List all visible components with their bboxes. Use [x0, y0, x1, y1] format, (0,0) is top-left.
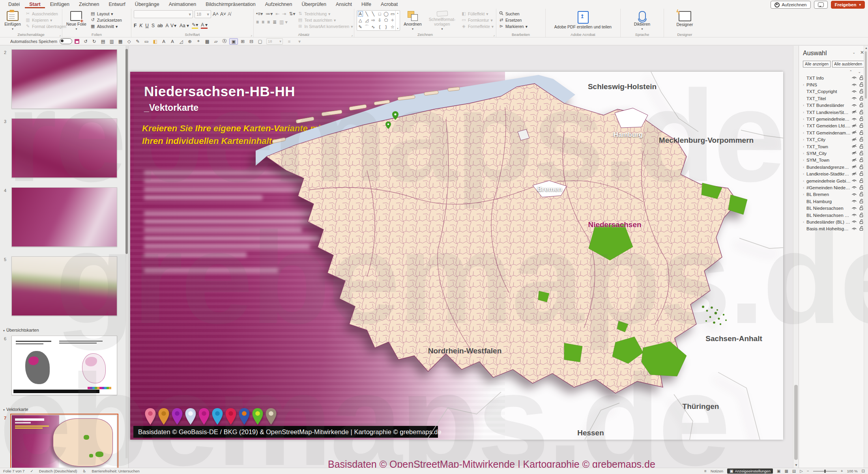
- autosave-toggle[interactable]: [60, 38, 72, 44]
- map-pin-6[interactable]: [225, 408, 237, 427]
- zoom-slider[interactable]: [813, 471, 837, 472]
- bullets-button[interactable]: •≡▾: [256, 11, 263, 17]
- section-header-übersichtskarten[interactable]: ▾Übersichtskarten: [3, 328, 39, 332]
- slide-thumbnail-3[interactable]: [11, 118, 117, 178]
- eye-icon[interactable]: [851, 103, 858, 108]
- layer-row-18[interactable]: BL Hamburg: [803, 198, 865, 205]
- paste-button[interactable]: Einfügen▾: [2, 10, 23, 32]
- create-pdf-button[interactable]: Adobe PDF erstellen und teilen: [552, 10, 614, 32]
- menu-tab-aufzeichnen[interactable]: Aufzeichnen: [261, 0, 297, 8]
- layer-row-11[interactable]: ›SYM_City: [803, 150, 865, 157]
- dialog-launcher-icon[interactable]: ⌟: [351, 33, 353, 37]
- align-text-button[interactable]: ▤Text ausrichten▾: [297, 17, 353, 22]
- format-painter-button[interactable]: ✎Format übertragen: [25, 24, 66, 29]
- dialog-launcher-icon[interactable]: ⌟: [493, 33, 495, 37]
- cut-button[interactable]: ✂Ausschneiden: [25, 11, 66, 16]
- shape-glyph-4[interactable]: ◯: [383, 11, 388, 17]
- expand-chevron-icon[interactable]: ›: [803, 186, 806, 190]
- redo-icon[interactable]: ↻: [90, 39, 98, 44]
- qat-align-icon[interactable]: ≡: [285, 39, 293, 44]
- expand-chevron-icon[interactable]: ›: [803, 158, 806, 162]
- font-name-select[interactable]: ▾: [134, 10, 193, 18]
- shape-glyph-12[interactable]: ✎: [359, 24, 362, 30]
- map-pin-4[interactable]: [198, 408, 210, 427]
- paste-icon[interactable]: ▤: [99, 39, 107, 44]
- menu-tab-übergänge[interactable]: Übergänge: [131, 0, 164, 8]
- reset-button[interactable]: ↺Zurücksetzen: [90, 17, 122, 22]
- slide-thumbnail-6[interactable]: [11, 336, 117, 395]
- color-grid-icon[interactable]: ▩: [203, 39, 211, 44]
- menu-tab-entwurf[interactable]: Entwurf: [104, 0, 129, 8]
- layer-row-1[interactable]: ›PINS: [803, 81, 865, 88]
- reading-view-icon[interactable]: ▤: [792, 469, 796, 473]
- slide-thumbnail-2[interactable]: [11, 49, 117, 109]
- text-a-icon[interactable]: A: [160, 39, 168, 44]
- display-settings-button[interactable]: ▣Anzeigeeinstellungen: [727, 468, 773, 474]
- zoom-out-icon[interactable]: −: [807, 469, 809, 473]
- layer-row-3[interactable]: TXT_Titel: [803, 95, 865, 102]
- record-button[interactable]: Aufzeichnen: [771, 1, 810, 9]
- layer-row-9[interactable]: ›TXT_City: [803, 136, 865, 143]
- shape-glyph-9[interactable]: ⇩: [378, 18, 382, 23]
- map-pin-1[interactable]: [158, 408, 170, 427]
- menu-tab-einfügen[interactable]: Einfügen: [46, 0, 74, 8]
- format-icon[interactable]: ▦: [116, 39, 124, 44]
- shape-outline-button[interactable]: ▭Formkontur▾: [461, 17, 494, 22]
- shape-glyph-5[interactable]: ▭: [391, 11, 395, 17]
- menu-tab-bildschirmpräsentation[interactable]: Bildschirmpräsentation: [201, 0, 260, 8]
- layer-row-21[interactable]: ›Bundesländer (BL) sonstige: [803, 218, 865, 225]
- eye-icon[interactable]: [851, 82, 858, 88]
- qat-more-icon[interactable]: ▾: [296, 39, 303, 44]
- shrink-font-button[interactable]: A˅: [220, 11, 226, 17]
- shape-icon[interactable]: ◇: [125, 39, 133, 44]
- map-pin-5[interactable]: [211, 408, 223, 427]
- layout-pick-icon[interactable]: ▱: [212, 39, 220, 44]
- underline-button[interactable]: U: [145, 23, 149, 28]
- selection-pane-icon[interactable]: ▣: [229, 38, 238, 45]
- map-area[interactable]: Schleswig-HolsteinHamburgMecklenburg-Vor…: [249, 72, 783, 440]
- expand-chevron-icon[interactable]: ›: [803, 179, 806, 183]
- thumbnail-scrollbar[interactable]: [125, 46, 128, 458]
- grid-remove-icon[interactable]: ⊟: [247, 39, 255, 44]
- layer-row-4[interactable]: ›TXT Bundesländer: [803, 102, 865, 109]
- eye-hidden-icon[interactable]: [851, 151, 858, 156]
- layer-row-15[interactable]: ›gemeindefreie Gebiete Nie…: [803, 177, 865, 184]
- language-indicator[interactable]: Deutsch (Deutschland): [39, 469, 77, 473]
- layer-row-14[interactable]: ›Landkreise-Stadtkreise: [803, 170, 865, 177]
- bold-button[interactable]: F: [134, 23, 137, 28]
- eye-icon[interactable]: [851, 185, 858, 190]
- menu-tab-start[interactable]: Start: [25, 0, 45, 8]
- zoom-level[interactable]: 100 %: [847, 469, 858, 473]
- quick-styles-button[interactable]: Schnellformat-vorlagen▾: [425, 10, 459, 32]
- shape-glyph-13[interactable]: ⌒: [365, 24, 369, 30]
- shape-glyph-7[interactable]: ◿: [365, 18, 368, 23]
- eye-icon[interactable]: [851, 192, 858, 197]
- designer-button[interactable]: Designer: [675, 10, 695, 32]
- slide-thumbnail-5[interactable]: [11, 256, 117, 316]
- fill-icon[interactable]: ◧: [151, 39, 159, 44]
- anchor-icon[interactable]: ⊕: [186, 39, 194, 44]
- eye-hidden-icon[interactable]: [851, 144, 858, 149]
- align-center-button[interactable]: ≡: [262, 19, 264, 25]
- slide-7-editing-surface[interactable]: Niedersachsen-HB-HH _Vektorkarte Kreiere…: [130, 72, 783, 440]
- map-pin-2[interactable]: [171, 408, 183, 427]
- menu-tab-überprüfen[interactable]: Überprüfen: [297, 0, 331, 8]
- shape-glyph-8[interactable]: ⇨: [371, 18, 375, 23]
- zoom-icon[interactable]: ⌖: [195, 39, 202, 44]
- align-right-button[interactable]: ≡: [267, 19, 270, 25]
- comments-button[interactable]: [814, 1, 828, 9]
- shape-glyph-11[interactable]: ✧: [391, 18, 394, 23]
- layout-button[interactable]: ▤Layout▾: [90, 11, 122, 16]
- section-header-vektorkarte[interactable]: ▾Vektorkarte: [3, 407, 28, 412]
- menu-tab-zeichnen[interactable]: Zeichnen: [75, 0, 103, 8]
- align-left-button[interactable]: ≡: [256, 19, 259, 25]
- clear-format-button[interactable]: A̸: [228, 11, 231, 17]
- layer-row-8[interactable]: ›TXT Gemeindenamen: [803, 129, 865, 136]
- shape-glyph-15[interactable]: {: [379, 24, 380, 29]
- qat-font-size[interactable]: 18▾: [266, 38, 283, 45]
- slide-subtitle[interactable]: _Vektorkarte: [144, 103, 198, 113]
- layer-row-6[interactable]: ›TXT gemeindefreie Gebiete: [803, 116, 865, 122]
- eye-icon[interactable]: [851, 178, 858, 183]
- expand-chevron-icon[interactable]: ›: [803, 165, 806, 169]
- grid-add-icon[interactable]: ⊞: [239, 39, 247, 44]
